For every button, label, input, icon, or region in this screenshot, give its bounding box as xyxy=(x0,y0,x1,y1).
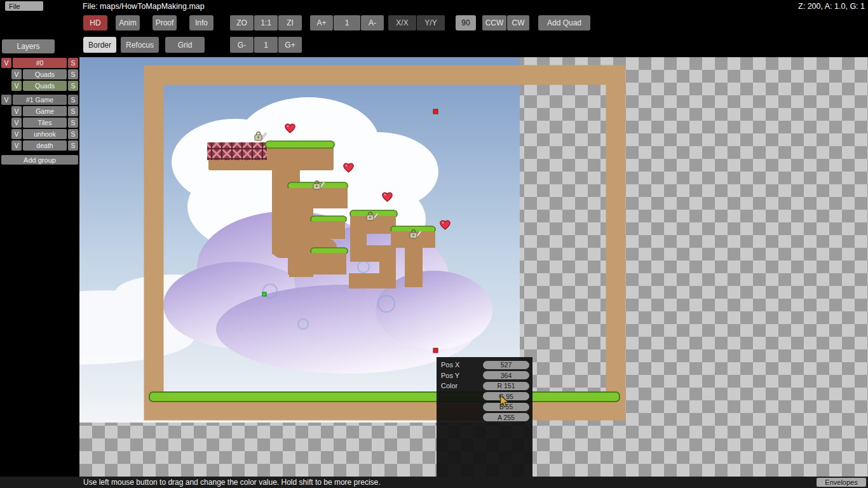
platform xyxy=(207,141,334,170)
popup-row-posx: Pos X 527 xyxy=(437,360,532,370)
grid-size-value[interactable]: 1 xyxy=(254,37,278,53)
popup-row-color-g: G 95 xyxy=(437,391,532,402)
popup-row-posy: Pos Y 364 xyxy=(437,370,532,381)
info-toggle-button[interactable]: Info xyxy=(189,15,214,30)
border-button[interactable]: Border xyxy=(83,37,116,53)
view-info-readout: Z: 200, A: 1.0, G: 1 xyxy=(798,2,865,11)
quad-point-red[interactable] xyxy=(433,348,438,353)
quad-point-green[interactable] xyxy=(262,292,266,296)
layer-row-unhook: V unhook S xyxy=(1,129,78,139)
save-toggle[interactable]: S xyxy=(68,95,78,105)
layer-row-death: V death S xyxy=(1,140,78,151)
quad-properties-popup: Pos X 527 Pos Y 364 Color R 151 G 95 B 5… xyxy=(437,357,532,477)
save-toggle[interactable]: S xyxy=(68,69,78,79)
color-r-value[interactable]: R 151 xyxy=(483,382,529,390)
grid-decrease-button[interactable]: G- xyxy=(230,37,254,53)
popup-row-color-r: Color R 151 xyxy=(437,381,532,391)
save-toggle[interactable]: S xyxy=(68,81,78,91)
flip-y-button[interactable]: Y/Y xyxy=(417,15,445,30)
anim-toggle-button[interactable]: Anim xyxy=(116,15,140,30)
anim-faster-button[interactable]: A+ xyxy=(310,15,333,30)
visible-toggle[interactable]: V xyxy=(1,95,11,105)
anim-speed-group: A+ 1 A- xyxy=(310,15,384,30)
layer-death-label[interactable]: death xyxy=(23,140,67,151)
zoom-out-button[interactable]: ZO xyxy=(230,15,254,30)
rotate-ccw-button[interactable]: CCW xyxy=(482,15,506,30)
hd-toggle-button[interactable]: HD xyxy=(83,15,107,30)
envelopes-button[interactable]: Envelopes xyxy=(817,478,866,487)
layer-quads-label[interactable]: Quads xyxy=(23,69,67,79)
posx-value[interactable]: 527 xyxy=(483,361,529,369)
add-group-button[interactable]: Add group xyxy=(1,155,78,165)
zoom-in-button[interactable]: ZI xyxy=(278,15,302,30)
save-toggle[interactable]: S xyxy=(68,129,78,139)
group-row-1-game: V #1 Game S xyxy=(1,95,78,105)
visible-toggle[interactable]: V xyxy=(11,106,22,116)
flip-x-button[interactable]: X/X xyxy=(388,15,416,30)
zoom-reset-button[interactable]: 1:1 xyxy=(254,15,278,30)
map-file-title: File: maps/HowToMapMaking.map xyxy=(83,2,205,11)
posx-label: Pos X xyxy=(441,361,459,369)
visible-toggle[interactable]: V xyxy=(11,140,22,151)
save-toggle[interactable]: S xyxy=(68,58,78,68)
file-menu-button[interactable]: File xyxy=(5,1,43,11)
top-bar: File File: maps/HowToMapMaking.map Z: 20… xyxy=(0,0,868,13)
anim-slower-button[interactable]: A- xyxy=(361,15,384,30)
save-toggle[interactable]: S xyxy=(68,106,78,116)
grid-toggle-button[interactable]: Grid xyxy=(165,37,205,53)
layer-row-game: V Game S xyxy=(1,106,78,116)
visible-toggle[interactable]: V xyxy=(11,69,22,79)
toolbar-row-1: HD Anim Proof Info ZO 1:1 ZI A+ 1 A- X/X… xyxy=(83,15,590,30)
save-toggle[interactable]: S xyxy=(68,118,78,128)
status-hint-text: Use left mouse button to drag and change… xyxy=(83,478,381,487)
layer-game-label[interactable]: Game xyxy=(23,106,67,116)
refocus-button[interactable]: Refocus xyxy=(121,37,159,53)
posy-value[interactable]: 364 xyxy=(483,371,529,379)
layers-panel-button[interactable]: Layers xyxy=(2,39,55,53)
group-1-label[interactable]: #1 Game xyxy=(13,95,67,105)
rotate-amount-value[interactable]: 90 xyxy=(456,15,476,30)
unhookable-tiles xyxy=(207,142,267,160)
mouse-cursor-icon xyxy=(499,395,510,408)
visible-toggle[interactable]: V xyxy=(11,118,22,128)
rotate-group: CCW CW xyxy=(482,15,529,30)
group-0-label[interactable]: #0 xyxy=(13,58,67,68)
group-row-0: V #0 S xyxy=(1,58,78,68)
layer-row-quads-2: V Quads S xyxy=(1,81,78,91)
popup-row-color-b: B 55 xyxy=(437,402,532,412)
grass-floor xyxy=(149,392,620,402)
layer-row-quads-1: V Quads S xyxy=(1,69,78,79)
visible-toggle[interactable]: V xyxy=(11,129,22,139)
layer-row-tiles: V Tiles S xyxy=(1,118,78,128)
grid-size-group: G- 1 G+ xyxy=(230,37,302,53)
layer-unhook-label[interactable]: unhook xyxy=(23,129,67,139)
popup-row-color-a: A 255 xyxy=(437,412,532,423)
layer-tiles-label[interactable]: Tiles xyxy=(23,118,67,128)
flip-group: X/X Y/Y xyxy=(388,15,445,30)
layers-sidebar: Layers V #0 S V Quads S V Quads S V #1 G… xyxy=(0,13,79,477)
color-label: Color xyxy=(441,382,458,390)
status-bar: Use left mouse button to drag and change… xyxy=(0,477,868,488)
toolbar-row-2: Border Refocus Grid G- 1 G+ xyxy=(83,37,302,53)
add-quad-button[interactable]: Add Quad xyxy=(538,15,590,30)
posy-label: Pos Y xyxy=(441,372,459,379)
layer-quads-label[interactable]: Quads xyxy=(23,81,67,91)
quad-point-red[interactable] xyxy=(433,109,438,114)
rotate-cw-button[interactable]: CW xyxy=(507,15,529,30)
color-a-value[interactable]: A 255 xyxy=(483,413,529,421)
save-toggle[interactable]: S xyxy=(68,140,78,151)
zoom-group: ZO 1:1 ZI xyxy=(230,15,302,30)
visible-toggle[interactable]: V xyxy=(1,58,11,68)
grid-increase-button[interactable]: G+ xyxy=(278,37,302,53)
proof-toggle-button[interactable]: Proof xyxy=(153,15,177,30)
layer-list: V #0 S V Quads S V Quads S V #1 Game S V… xyxy=(1,58,78,165)
visible-toggle[interactable]: V xyxy=(11,81,22,91)
anim-speed-value[interactable]: 1 xyxy=(334,15,360,30)
